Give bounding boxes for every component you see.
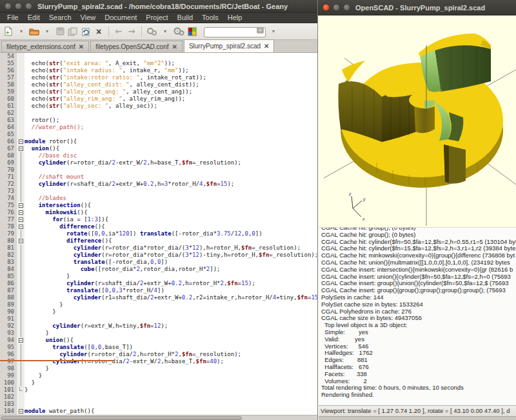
fold-margin xyxy=(17,124,25,131)
code-text: echo(str("intake:rotor ratio: ", intake_… xyxy=(25,74,317,81)
geany-window: SlurryPump_spiral2.scad - /home/cobra18/… xyxy=(0,0,317,420)
fold-toggle-icon[interactable] xyxy=(17,237,25,245)
code-text: } xyxy=(25,386,317,394)
search-wrap: × xyxy=(204,25,266,37)
menu-help[interactable]: Help xyxy=(223,13,247,23)
code-line: 88 cylinder(r1=shaft_dia/2+extr_W+0.2,r2… xyxy=(0,294,317,301)
fold-margin xyxy=(17,174,25,181)
code-line: 85 } xyxy=(0,273,317,280)
fold-margin xyxy=(17,294,25,301)
close-document-icon[interactable]: × xyxy=(94,25,104,38)
code-text: } xyxy=(25,330,317,337)
new-document-icon[interactable]: + xyxy=(3,25,14,38)
fold-toggle-icon[interactable] xyxy=(17,408,25,415)
menu-project[interactable]: Project xyxy=(141,13,172,23)
search-clear-icon[interactable]: × xyxy=(257,27,264,34)
code-text: //shaft mount xyxy=(25,174,317,181)
line-number: 78 xyxy=(0,223,17,230)
horizontal-scrollbar[interactable] xyxy=(0,415,317,420)
fold-margin xyxy=(17,166,25,174)
code-line: 69 cylinder(r=rotor_dia/2-extr_W/2,h=bas… xyxy=(0,159,317,166)
line-number: 92 xyxy=(0,323,17,330)
code-line: 89 } xyxy=(0,301,317,308)
code-line: 77 for(ia = [1:3]){ xyxy=(0,216,317,223)
code-line: 76 minkowski(){ xyxy=(0,209,317,216)
console-line: Top level object is a 3D object: xyxy=(321,322,516,329)
tab-close-icon[interactable]: ✕ xyxy=(264,43,269,50)
console-line: CGAL cache size in bytes: 49437056 xyxy=(321,315,516,322)
line-number: 62 xyxy=(0,110,17,117)
navigate-back-icon[interactable]: ← xyxy=(114,25,124,38)
fold-toggle-icon[interactable] xyxy=(17,209,25,216)
color-chooser-icon[interactable] xyxy=(187,25,197,38)
tab-close-icon[interactable]: ✕ xyxy=(172,43,177,50)
build-gears-icon[interactable] xyxy=(146,25,157,38)
build-dropdown-icon[interactable]: ▾ xyxy=(160,25,170,38)
line-number: 103 xyxy=(0,401,17,408)
tab-filetype-extensions[interactable]: filetype_extensions.conf ✕ xyxy=(1,41,89,52)
fold-toggle-icon[interactable] xyxy=(17,337,25,344)
code-line: 104module water_path(){ xyxy=(0,408,317,415)
new-dropdown-icon[interactable]: ▾ xyxy=(16,25,26,38)
menu-edit[interactable]: Edit xyxy=(23,13,45,23)
code-line: 92 cylinder(r=extr_W,h=tiny,$fn=12); xyxy=(0,323,317,330)
tab-slurrypump-spiral2[interactable]: SlurryPump_spiral2.scad ✕ xyxy=(184,39,275,52)
fold-margin xyxy=(17,386,25,394)
window-resize-strip[interactable] xyxy=(319,416,516,420)
navigate-forward-icon[interactable]: → xyxy=(126,25,137,38)
code-line: 64 //water_path(); xyxy=(0,124,317,131)
menu-search[interactable]: Search xyxy=(45,13,76,23)
tab-filetypes-openscad[interactable]: filetypes.OpenSCAD.conf ✕ xyxy=(90,41,183,52)
menu-file[interactable]: File xyxy=(3,13,23,23)
fold-toggle-icon[interactable] xyxy=(17,223,25,230)
fold-toggle-icon[interactable] xyxy=(17,216,25,223)
scrollbar-thumb[interactable] xyxy=(1,416,242,420)
fold-margin xyxy=(17,330,25,337)
console-line: Volumes: 2 xyxy=(321,378,516,385)
console-log[interactable]: CGAL Cache hit: group(); (0 bytes)CGAL C… xyxy=(319,227,516,405)
openscad-3d-viewport[interactable]: z y x xyxy=(319,15,516,227)
line-number: 55 xyxy=(0,60,17,67)
menu-build[interactable]: Build xyxy=(173,13,197,23)
console-line: Edges: 881 xyxy=(321,357,516,364)
fold-margin xyxy=(17,252,25,259)
openscad-maximize-button[interactable] xyxy=(343,4,350,11)
fold-margin xyxy=(17,323,25,330)
preferences-gears-icon[interactable] xyxy=(173,25,184,38)
console-line: CGAL Cache insert: union(){cylinder($fn=… xyxy=(321,274,516,281)
openscad-close-button[interactable] xyxy=(322,4,330,11)
desktop: SlurryPump_spiral2.scad - /home/cobra18/… xyxy=(0,0,516,420)
geany-maximize-button[interactable] xyxy=(25,3,32,10)
geany-titlebar: SlurryPump_spiral2.scad - /home/cobra18/… xyxy=(0,0,317,13)
rotor-model: z y x xyxy=(319,15,516,227)
menu-document[interactable]: Document xyxy=(100,13,141,23)
axis-x-label: x xyxy=(362,217,365,221)
line-number: 97 xyxy=(0,358,17,365)
open-folder-icon[interactable] xyxy=(29,25,39,38)
fold-toggle-icon[interactable] xyxy=(17,202,25,209)
code-text: cylinder(r=rotor_dia/2-extr_W/2,h=base_T… xyxy=(25,358,317,365)
geany-close-button[interactable] xyxy=(5,3,12,10)
geany-minimize-button[interactable] xyxy=(15,3,22,10)
fold-toggle-icon[interactable] xyxy=(17,138,25,145)
code-text: intersection(){ xyxy=(25,202,317,209)
save-icon[interactable] xyxy=(55,25,65,38)
fold-margin xyxy=(17,280,25,287)
search-dropdown-icon[interactable]: ▾ xyxy=(268,25,279,38)
openscad-minimize-button[interactable] xyxy=(333,4,340,11)
fold-margin xyxy=(17,308,25,315)
save-all-icon[interactable] xyxy=(68,25,78,38)
tab-close-icon[interactable]: ✕ xyxy=(79,43,84,50)
menu-view[interactable]: View xyxy=(76,13,101,23)
code-line: 60 echo(str("alley_rim_ang: ", alley_rim… xyxy=(0,95,317,103)
line-number: 96 xyxy=(0,351,17,358)
code-text: } xyxy=(25,379,317,386)
revert-icon[interactable] xyxy=(81,25,91,38)
line-number: 60 xyxy=(0,95,17,103)
fold-toggle-icon[interactable] xyxy=(17,145,25,152)
open-dropdown-icon[interactable]: ▾ xyxy=(42,25,52,38)
menu-tools[interactable]: Tools xyxy=(197,13,223,23)
code-text xyxy=(25,394,317,401)
code-line: 79 rotate([0,0,ia*120]) translate([-roto… xyxy=(0,230,317,237)
fold-margin xyxy=(17,401,25,408)
